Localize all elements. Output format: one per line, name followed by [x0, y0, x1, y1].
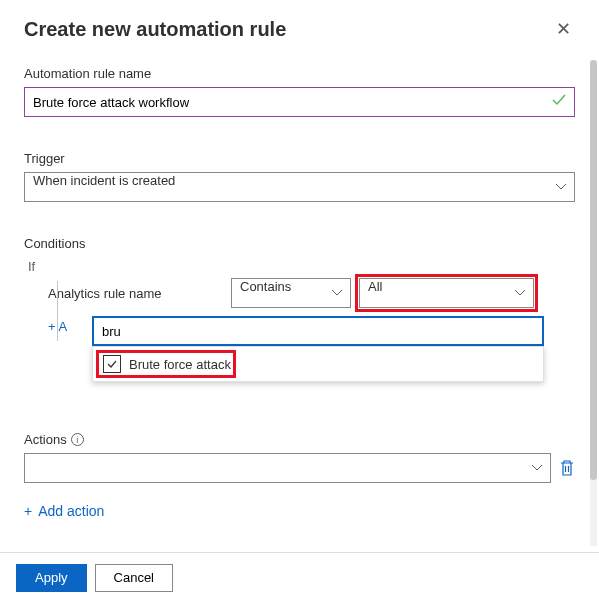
plus-icon: + — [24, 503, 32, 519]
dropdown-panel: Brute force attack — [92, 346, 544, 382]
add-condition-link[interactable]: + A — [48, 319, 67, 334]
dropdown-option[interactable]: Brute force attack — [93, 347, 543, 381]
checkbox[interactable] — [103, 355, 121, 373]
action-select[interactable] — [24, 453, 551, 483]
scrollbar-thumb[interactable] — [590, 60, 597, 480]
panel-body: Create new automation rule ✕ Automation … — [0, 0, 599, 552]
cancel-button[interactable]: Cancel — [95, 564, 173, 592]
panel-title: Create new automation rule — [24, 18, 286, 41]
trigger-select[interactable]: When incident is created — [24, 172, 575, 202]
add-action-label: Add action — [38, 503, 104, 519]
rule-name-label: Automation rule name — [24, 66, 575, 81]
condition-field-label: Analytics rule name — [48, 286, 223, 301]
apply-button[interactable]: Apply — [16, 564, 87, 592]
info-icon[interactable]: i — [71, 433, 84, 446]
value-select[interactable]: All — [359, 278, 534, 308]
condition-search-input[interactable] — [92, 316, 544, 346]
conditions-group: Conditions If Analytics rule name Contai… — [24, 236, 575, 346]
panel-header: Create new automation rule ✕ — [24, 16, 575, 42]
rule-name-group: Automation rule name — [24, 66, 575, 117]
delete-action-button[interactable] — [559, 459, 575, 477]
footer: Apply Cancel — [0, 552, 599, 602]
search-row: Brute force attack — [92, 316, 575, 346]
trigger-group: Trigger When incident is created — [24, 151, 575, 202]
add-action-button[interactable]: + Add action — [24, 503, 575, 519]
condition-row: Analytics rule name Contains All — [48, 278, 575, 308]
conditions-label: Conditions — [24, 236, 575, 251]
operator-select[interactable]: Contains — [231, 278, 351, 308]
if-label: If — [28, 259, 575, 274]
trigger-label: Trigger — [24, 151, 575, 166]
rule-name-input[interactable] — [24, 87, 575, 117]
close-button[interactable]: ✕ — [552, 16, 575, 42]
actions-label: Actions — [24, 432, 67, 447]
dropdown-option-label: Brute force attack — [129, 357, 231, 372]
actions-group: Actions i — [24, 432, 575, 483]
